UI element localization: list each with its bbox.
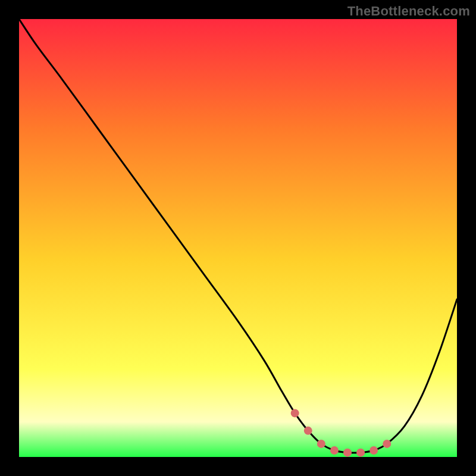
valley-marker	[291, 409, 299, 417]
valley-marker	[356, 449, 365, 457]
chart-svg	[19, 19, 457, 457]
valley-marker	[330, 446, 339, 455]
chart-frame: TheBottleneck.com	[0, 0, 476, 476]
valley-marker	[317, 440, 325, 448]
gradient-background	[19, 19, 457, 457]
watermark-text: TheBottleneck.com	[347, 4, 470, 19]
valley-marker	[383, 440, 391, 448]
plot-area	[19, 19, 457, 457]
valley-marker	[369, 446, 378, 455]
valley-marker	[343, 449, 352, 457]
valley-marker	[304, 427, 312, 435]
